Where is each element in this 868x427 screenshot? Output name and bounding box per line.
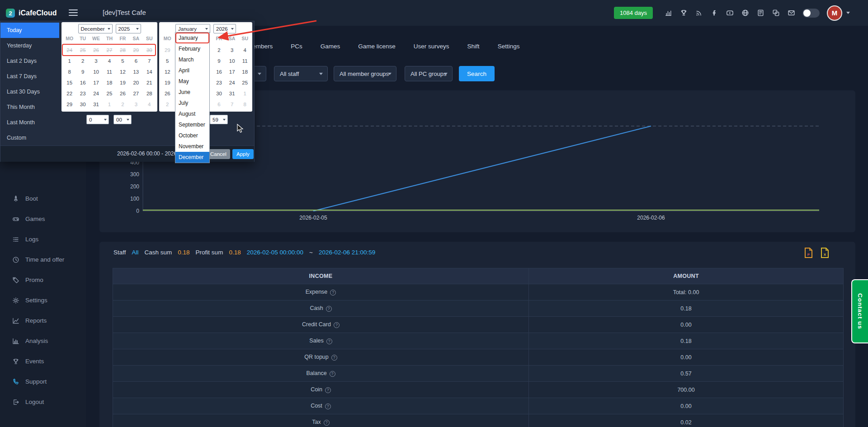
calendar-day[interactable]: 31	[226, 88, 239, 99]
daterange-preset-last-7-days[interactable]: Last 7 Days	[0, 69, 59, 84]
calendar-day[interactable]: 2	[212, 45, 226, 56]
billing-icon[interactable]	[757, 9, 764, 17]
member-groups-filter-select[interactable]: All member groups	[334, 66, 396, 81]
apply-button[interactable]: Apply	[232, 149, 254, 159]
month-option-may[interactable]: May	[175, 76, 209, 87]
cancel-button[interactable]: Cancel	[207, 149, 230, 159]
tab-pcs[interactable]: PCs	[291, 43, 302, 50]
info-icon[interactable]: ?	[324, 420, 330, 426]
calendar-day[interactable]: 18	[238, 66, 251, 77]
calendar-day[interactable]: 18	[103, 77, 116, 88]
sidebar-item-time-and-offer[interactable]: Time and offer	[0, 249, 86, 270]
month-option-april[interactable]: April	[175, 65, 209, 76]
analytics-icon[interactable]	[665, 9, 672, 17]
month-option-january[interactable]: January	[175, 33, 209, 43]
daterange-preset-last-month[interactable]: Last Month	[0, 115, 59, 130]
theme-toggle[interactable]	[802, 9, 820, 18]
calendar-day[interactable]: 24	[226, 77, 239, 88]
rss-icon[interactable]	[695, 9, 703, 17]
calendar-day[interactable]: 27	[129, 88, 142, 99]
export-excel-icon[interactable]: X	[821, 248, 829, 258]
calendar-day[interactable]: 25	[103, 88, 116, 99]
calendar-day[interactable]: 1	[103, 99, 116, 110]
month-option-october[interactable]: October	[175, 130, 209, 141]
month-option-july[interactable]: July	[175, 98, 209, 108]
calendar-day[interactable]: 10	[90, 66, 103, 77]
license-days-badge[interactable]: 1084 days	[614, 7, 653, 19]
range-start[interactable]: 2026-02-05 00:00:00	[247, 249, 303, 256]
calendar-day[interactable]: 1	[63, 56, 76, 66]
info-icon[interactable]: ?	[330, 371, 335, 377]
tab-game-license[interactable]: Game license	[358, 43, 396, 50]
sidebar-item-logs[interactable]: Logs	[0, 229, 86, 249]
hamburger-menu-icon[interactable]	[69, 9, 78, 18]
calendar-day[interactable]: 30	[212, 88, 226, 99]
calendar-day[interactable]: 5	[161, 56, 174, 66]
calendar-day[interactable]: 2	[76, 56, 89, 66]
tab-user-surveys[interactable]: User surveys	[414, 43, 449, 50]
sidebar-item-promo[interactable]: Promo	[0, 270, 86, 290]
calendar-day[interactable]: 28	[116, 45, 129, 56]
sidebar-item-boot[interactable]: Boot	[0, 188, 86, 209]
calendar-day[interactable]: 30	[76, 99, 89, 110]
calendar-day[interactable]: 17	[90, 77, 103, 88]
calendar-day[interactable]: 29	[161, 45, 174, 56]
calendar-day[interactable]: 6	[212, 99, 226, 110]
sidebar-item-reports[interactable]: Reports	[0, 310, 86, 331]
calendar-day[interactable]: 29	[129, 45, 142, 56]
month-option-december[interactable]: December	[175, 152, 209, 163]
tab-games[interactable]: Games	[321, 43, 340, 50]
calendar-day[interactable]: 20	[129, 77, 142, 88]
month-option-june[interactable]: June	[175, 87, 209, 98]
calendar-day[interactable]: 24	[90, 88, 103, 99]
calendar-day[interactable]: 30	[143, 45, 156, 56]
sidebar-item-analysis[interactable]: Analysis	[0, 331, 86, 351]
calendar-day[interactable]: 26	[90, 45, 103, 56]
daterange-preset-today[interactable]: Today	[0, 23, 59, 38]
daterange-preset-custom[interactable]: Custom	[0, 130, 59, 145]
export-pdf-icon[interactable]: P	[804, 248, 813, 258]
calendar-day[interactable]: 3	[226, 45, 239, 56]
brand[interactable]: 2 iCafeCloud	[5, 8, 57, 18]
calendar-day[interactable]: 16	[212, 66, 226, 77]
calendar-day[interactable]: 25	[76, 45, 89, 56]
calendar-day[interactable]: 23	[212, 77, 226, 88]
info-icon[interactable]: ?	[326, 306, 332, 312]
calendar-day[interactable]: 31	[90, 99, 103, 110]
mail-icon[interactable]	[788, 9, 795, 17]
daterange-preset-this-month[interactable]: This Month	[0, 99, 59, 115]
staff-filter-select[interactable]: All staff	[274, 66, 328, 81]
search-button[interactable]: Search	[459, 66, 495, 81]
calendar-day[interactable]: 13	[129, 66, 142, 77]
month-option-february[interactable]: February	[175, 43, 209, 54]
calendar-day[interactable]: 3	[90, 56, 103, 66]
month-option-march[interactable]: March	[175, 54, 209, 65]
calendar-day[interactable]: 24	[63, 45, 76, 56]
info-icon[interactable]: ?	[334, 322, 340, 328]
contact-us-button[interactable]: Contact us	[851, 279, 868, 343]
calendar-day[interactable]: 4	[143, 99, 156, 110]
hour-select-left[interactable]: 0	[86, 115, 109, 124]
calendar-day[interactable]: 2	[116, 99, 129, 110]
calendar-day[interactable]: 8	[238, 99, 251, 110]
daterange-preset-last-2-days[interactable]: Last 2 Days	[0, 53, 59, 69]
calendar-day[interactable]: 9	[76, 66, 89, 77]
calendar-day[interactable]: 26	[161, 88, 174, 99]
sidebar-item-logout[interactable]: Logout	[0, 392, 86, 412]
month-option-november[interactable]: November	[175, 141, 209, 152]
calendar-day[interactable]: 3	[129, 99, 142, 110]
calendar-day[interactable]: 19	[116, 77, 129, 88]
trophy-icon[interactable]	[680, 9, 688, 17]
calendar-day[interactable]: 29	[63, 99, 76, 110]
globe-icon[interactable]	[741, 9, 749, 17]
calendar-day[interactable]: 2	[161, 99, 174, 110]
calendar-day[interactable]: 11	[238, 56, 251, 66]
pc-groups-filter-select[interactable]: All PC groups	[405, 66, 453, 81]
year-select-left[interactable]: 2025	[116, 24, 141, 33]
info-icon[interactable]: ?	[331, 355, 337, 361]
calendar-day[interactable]: 14	[143, 66, 156, 77]
minute-select-right[interactable]: 59	[210, 115, 228, 124]
calendar-day[interactable]: 27	[103, 45, 116, 56]
calendar-day[interactable]: 9	[212, 56, 226, 66]
range-end[interactable]: 2026-02-06 21:00:59	[319, 249, 375, 256]
